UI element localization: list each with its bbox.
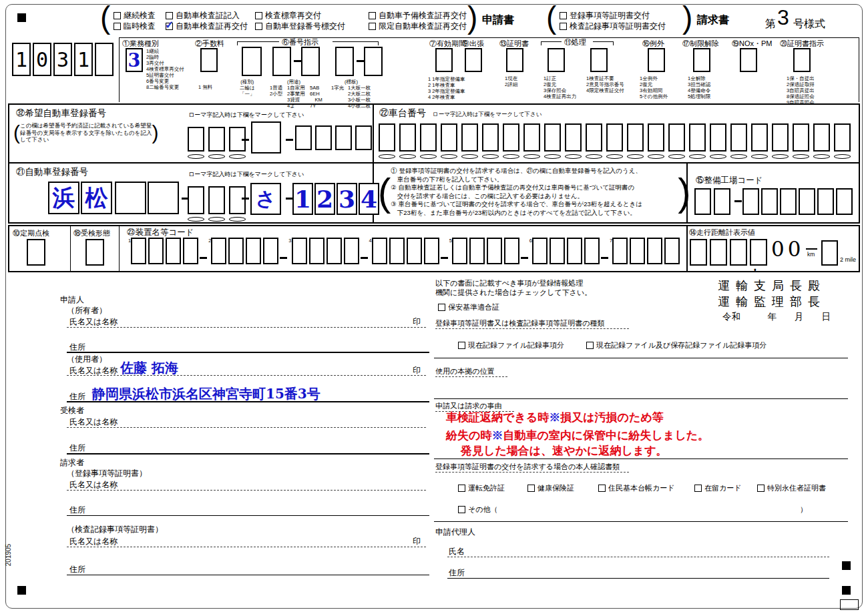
requester-addr-line2[interactable] [67, 575, 429, 575]
checkbox-label: 継続検査 [124, 10, 156, 21]
reg-kana-box[interactable]: さ [250, 183, 281, 215]
seibi-code-boxes-b[interactable] [742, 188, 853, 215]
id-opt-label: 運転免許証 [468, 483, 505, 493]
souchi-group-boxes[interactable] [452, 238, 519, 264]
checkbox-cert-current[interactable] [458, 342, 465, 349]
requester-name-line1[interactable] [67, 490, 426, 491]
base-location-line[interactable] [434, 398, 848, 399]
field-gyomu-box[interactable]: 3 [126, 48, 143, 72]
corner-spec-box [840, 599, 859, 610]
reg-area-box3[interactable] [115, 182, 146, 214]
user-addr-line[interactable] [67, 401, 429, 402]
id-opt-label: 住民基本台帳カード [608, 483, 675, 493]
bango-shubetsu-box[interactable] [242, 47, 262, 76]
agent-title: 申請代理人 [435, 527, 475, 538]
examinee-name-label: 氏名又は名称 [69, 416, 118, 428]
seibi-code-boxes-a[interactable] [694, 188, 730, 215]
checkbox-bango-hyokofu[interactable] [255, 23, 262, 30]
kibo-label: ㉜希望自動車登録番号 [16, 107, 106, 119]
checkbox-gentei-saikofu[interactable] [369, 23, 376, 30]
bango-yoto-box2[interactable] [301, 47, 320, 76]
bango-hyoban-box1[interactable] [335, 47, 354, 76]
checkbox-hyosho-saikofu[interactable] [255, 12, 262, 19]
kibo-number-boxes[interactable] [295, 125, 372, 150]
chassis-number-boxes[interactable] [379, 123, 851, 159]
examinee-name-line[interactable] [67, 427, 426, 428]
teiki-box[interactable] [27, 239, 45, 266]
examinee-addr-line[interactable] [67, 453, 429, 454]
reg-digit-box2[interactable]: 2 [314, 183, 335, 215]
user-name-line[interactable] [67, 375, 426, 376]
kibo-roman-note: ローマ字記入時は下欄をマークして下さい [188, 111, 304, 119]
agent-name-line[interactable] [447, 557, 829, 557]
kibo-prefix-boxes[interactable] [188, 127, 246, 159]
checkbox-hoan[interactable] [438, 304, 445, 311]
reg-area-box1[interactable]: 浜 [48, 182, 79, 214]
checkbox-drivers-license[interactable] [458, 485, 465, 492]
souchi-group-boxes[interactable] [372, 238, 439, 264]
requester-name-line2[interactable] [67, 547, 426, 547]
checkbox-toroku-shomei[interactable] [560, 12, 567, 19]
bango-yoto-box1[interactable] [272, 47, 291, 76]
application-title: 申請書 [482, 13, 514, 27]
soko-mile-box[interactable] [821, 240, 838, 266]
field-shiji-box[interactable] [793, 48, 811, 72]
checkbox-other-id[interactable] [458, 506, 465, 513]
checkbox-residence-card[interactable] [694, 485, 702, 492]
request-title: 請求書 [697, 13, 729, 27]
shori-box2[interactable] [590, 48, 608, 72]
checkbox-special-permanent[interactable] [757, 485, 765, 492]
jukken-label: ⑱受検形態 [73, 228, 110, 238]
recipient-line1: 運 輸 支 局 長 殿 [718, 278, 821, 294]
checkbox-rinji[interactable] [114, 23, 121, 30]
checkbox-keizoku[interactable] [114, 12, 121, 19]
registration-mark-top-left [17, 13, 26, 22]
reg-digit-box3[interactable]: 3 [337, 183, 357, 215]
checkbox-juki-card[interactable] [598, 485, 606, 492]
field-tesuryo-box[interactable] [200, 48, 218, 72]
requester-addr-line1[interactable] [67, 515, 429, 516]
souchi-group-boxes[interactable] [131, 238, 198, 264]
reg-digit-box4[interactable]: 4 [359, 183, 379, 215]
user-addr-value[interactable]: 静岡県浜松市浜名区神宮寺町15番3号 [92, 385, 320, 403]
user-name-value[interactable]: 佐藤 拓海 [120, 359, 178, 377]
reg-digit-box1[interactable]: 1 [292, 183, 313, 215]
soko-fixed-zeros: 00 [771, 237, 804, 261]
kibo-note: この欄は希望番号予約済証に記載されている希望登 録番号の支局等を表示する文字を除… [20, 122, 152, 143]
shori-box1[interactable] [548, 48, 565, 72]
checkbox-cert-current-saved[interactable] [586, 342, 594, 349]
checkbox-kensasho-saikofu[interactable] [166, 23, 173, 30]
jukken-box[interactable] [85, 239, 104, 266]
checkbox-kensakiroku-shomei[interactable] [560, 23, 567, 30]
owner-name-line[interactable] [67, 327, 426, 328]
gyomu-options: 1継続 2臨時 3再交付 4検査標章再交付 5証明書交付 6番号変更 8二輪番号… [146, 48, 184, 90]
bango-hyoban-box2[interactable] [364, 47, 383, 76]
close-paren: ) [678, 170, 690, 214]
agent-name-label: 氏名 [449, 546, 465, 557]
kibo-kana-box[interactable] [251, 121, 281, 154]
souchi-group-boxes[interactable] [532, 238, 600, 264]
souchi-group-boxes[interactable] [612, 238, 680, 264]
reg-area-box4[interactable] [148, 182, 179, 214]
field-yuko-box[interactable] [435, 48, 453, 72]
reg-area-box2[interactable]: 松 [81, 182, 112, 214]
reg-class-boxes[interactable] [188, 186, 246, 222]
agent-addr-line[interactable] [447, 578, 829, 579]
field-seigen-box[interactable] [693, 48, 710, 72]
applicant-user-subtitle: （使用者） [67, 354, 107, 365]
checkbox-yobikensa-saikofu[interactable] [369, 12, 376, 19]
souchi-group-boxes[interactable] [292, 238, 359, 264]
field-reigai-box[interactable] [648, 48, 665, 72]
souchi-group-boxes[interactable] [211, 238, 278, 264]
field-nox-box[interactable] [740, 48, 757, 72]
owner-addr-line[interactable] [67, 352, 429, 353]
open-paren: ( [100, 4, 110, 31]
close-paren: ) [152, 121, 159, 144]
base-location-label: 使用の本拠の位置 [435, 366, 495, 376]
sheet-code-boxes[interactable]: 1 0 3 1 [12, 43, 114, 76]
examinee-addr-label: 住所 [69, 442, 85, 454]
checkbox-health-insurance[interactable] [527, 485, 535, 492]
field-shutcho-box[interactable] [465, 48, 482, 72]
field-shomeisho-box[interactable] [506, 48, 523, 72]
id-opt-label: 健康保険証 [537, 483, 574, 493]
